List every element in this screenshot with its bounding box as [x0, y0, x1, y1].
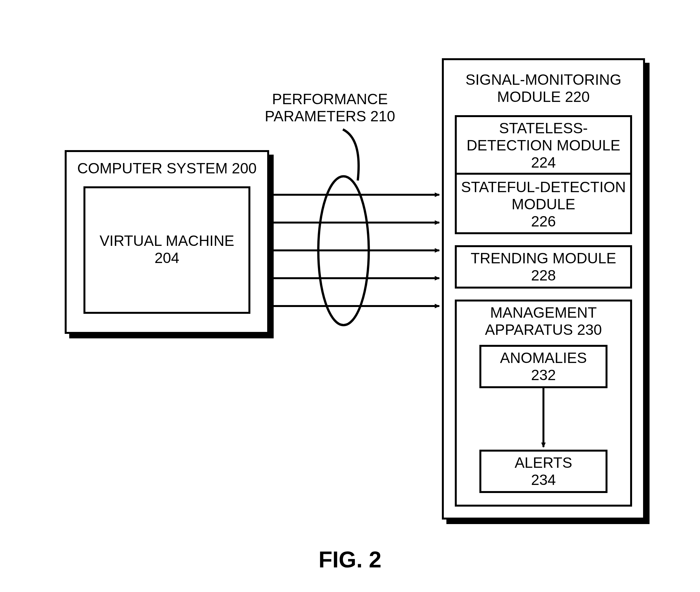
performance-arrows [271, 195, 439, 306]
figure-caption-text: FIG. 2 [318, 547, 382, 572]
figure-caption: FIG. 2 [0, 547, 700, 573]
performance-leader-curve [343, 130, 359, 181]
diagram-stage: COMPUTER SYSTEM 200 VIRTUAL MACHINE 204 … [0, 0, 700, 592]
connectors-svg [0, 0, 700, 592]
